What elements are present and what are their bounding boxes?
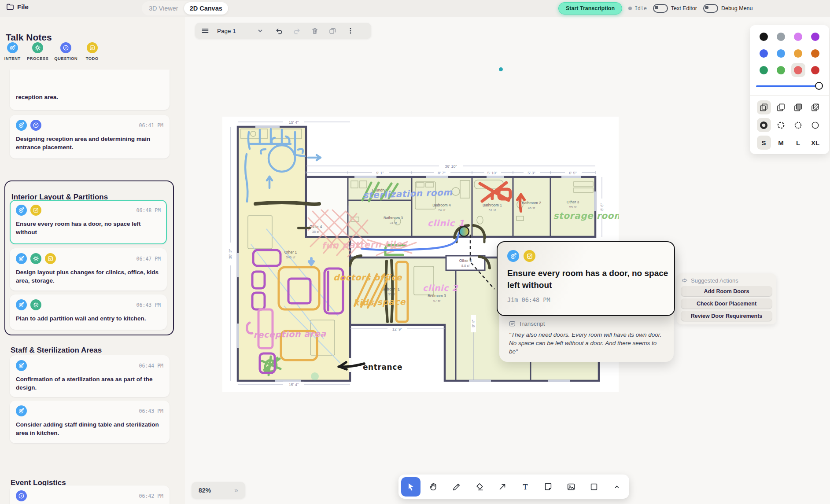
hand-tool[interactable] [424,477,443,497]
debug-menu-toggle[interactable] [703,4,718,13]
svg-text:9' 1": 9' 1" [376,171,384,175]
status-indicator: Idle [628,5,647,11]
review-door-requirements-button[interactable]: Review Door Requirements [681,311,772,321]
question-icon: ? [16,490,27,501]
text-tool[interactable]: T [516,477,535,497]
svg-text:Bedroom 4: Bedroom 4 [432,203,451,207]
note-card-design-layout[interactable]: 06:47 PM Design layout plus changes for … [10,248,167,291]
note-card-partial[interactable]: reception area. [10,70,170,110]
pencil-tool[interactable] [447,477,466,497]
page-selector-label[interactable]: Page 1 [217,28,236,34]
transcript-icon [509,320,516,327]
eraser-tool[interactable] [470,477,489,497]
note-timestamp: 06:43 PM [136,302,161,308]
note-card-reception[interactable]: ? 06:41 PM Designing reception area and … [10,115,170,158]
duplicate-button[interactable] [328,27,336,35]
shape-tool[interactable] [584,477,604,497]
note-popup[interactable]: Ensure every room has a door, no space l… [497,241,675,316]
suggested-actions-panel: Suggested Actions Add Room Doors Check D… [677,273,776,324]
svg-text:?: ? [65,46,67,50]
more-tools-chevron[interactable] [607,477,627,497]
more-options-icon[interactable] [347,27,354,34]
size-l-option[interactable]: L [791,136,805,150]
redo-button[interactable] [293,27,301,35]
transcript-label: Transcript [519,320,545,327]
legend-process: PROCESS [27,42,48,61]
svg-text:5' 10": 5' 10" [487,171,497,175]
note-card-doors[interactable]: 06:48 PM Ensure every room has a door, n… [10,200,167,244]
svg-text:55 sf: 55 sf [569,205,577,209]
question-icon: ? [30,120,41,131]
text-editor-label: Text Editor [671,5,697,11]
color-orchid[interactable] [791,29,805,44]
color-dark-green[interactable] [757,63,771,77]
note-card-partition[interactable]: 06:43 PM Plan to add partition wall and … [10,294,167,330]
chevron-down-icon[interactable] [257,28,263,34]
slider-track[interactable] [756,85,823,87]
stroke-dashed-option[interactable] [774,118,788,132]
note-icons [16,299,136,310]
talk-notes-sidebar: Talk Notes INTENT PROCESS ? QUESTION TOD… [0,17,185,504]
stroke-solid-thick-option[interactable] [757,118,771,132]
color-amber[interactable] [791,46,805,60]
svg-text:12' 9": 12' 9" [392,327,402,331]
color-purple[interactable] [808,29,823,44]
text-editor-toggle[interactable] [653,4,668,13]
note-icons: ? [16,490,139,501]
file-menu-button[interactable]: File [6,3,29,11]
tab-3d-viewer[interactable]: 3D Viewer [143,2,184,15]
view-tabs: 3D Viewer 2D Canvas [142,1,229,15]
size-xl-option[interactable]: XL [808,136,823,150]
zoom-level[interactable]: 82% [199,487,211,494]
svg-text:Other 1: Other 1 [284,250,297,254]
fill-pattern-option[interactable] [808,100,823,114]
legend-process-label: PROCESS [27,56,48,61]
fill-white-option[interactable] [774,100,788,114]
color-orange[interactable] [808,46,823,60]
fill-outline-option[interactable] [757,100,771,114]
transcript-header: Transcript [509,320,545,327]
delete-button[interactable] [311,27,319,35]
undo-button[interactable] [275,27,283,35]
zoom-expand-icon[interactable]: » [234,486,238,494]
fill-solid-option[interactable] [791,100,805,114]
process-icon [30,299,41,310]
folder-icon [6,3,14,11]
note-card-event[interactable]: ? 06:42 PM [10,486,170,504]
svg-text:T: T [523,482,528,491]
color-black[interactable] [757,29,771,44]
note-text: Designing reception area and determining… [16,135,163,151]
start-transcription-button[interactable]: Start Transcription [558,2,622,15]
stroke-dotted-option[interactable] [791,118,805,132]
size-m-option[interactable]: M [774,136,788,150]
intent-icon [16,253,27,264]
todo-icon [30,205,41,216]
menu-icon[interactable] [201,27,209,35]
add-room-doors-button[interactable]: Add Room Doors [681,286,772,296]
color-salmon-selected[interactable] [791,63,805,77]
stroke-width-slider[interactable] [756,81,823,91]
slider-knob[interactable] [815,82,823,90]
color-green[interactable] [774,63,788,77]
color-light-blue[interactable] [774,46,788,60]
tab-2d-canvas[interactable]: 2D Canvas [184,2,228,15]
zoom-control[interactable]: 82% » [192,482,245,499]
color-red[interactable] [808,63,823,77]
stroke-thin-option[interactable] [808,118,823,132]
note-timestamp: 06:48 PM [136,207,161,213]
color-blue[interactable] [757,46,771,60]
svg-text:storage room: storage room [553,210,619,221]
note-timestamp: 06:44 PM [139,363,163,369]
selection-handle[interactable] [459,227,469,236]
select-tool[interactable] [401,477,421,497]
size-s-option[interactable]: S [757,136,771,150]
check-door-placement-button[interactable]: Check Door Placement [681,298,772,309]
arrow-tool[interactable] [493,477,512,497]
image-tool[interactable] [561,477,581,497]
svg-text:Other 3: Other 3 [567,200,579,204]
note-card-staff-dining[interactable]: 06:43 PM Consider adding staff dining ta… [10,401,170,443]
color-gray[interactable] [774,29,788,44]
note-tool[interactable] [539,477,558,497]
note-card-sterilization-confirm[interactable]: 06:44 PM Confirmation of a sterilization… [10,355,170,397]
svg-text:Bathroom 2: Bathroom 2 [522,201,541,205]
